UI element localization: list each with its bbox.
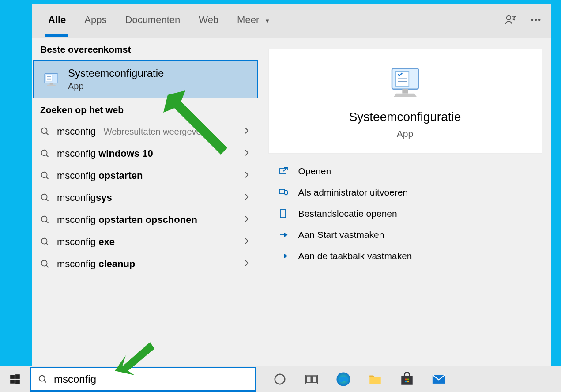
- svg-rect-39: [307, 376, 311, 383]
- web-result-item[interactable]: msconfig opstarten: [32, 165, 259, 187]
- svg-rect-48: [407, 381, 409, 383]
- detail-pane: Systeemconfiguratie App Openen Als admin…: [259, 38, 551, 366]
- file-explorer-icon[interactable]: [368, 372, 383, 387]
- svg-rect-40: [312, 376, 316, 383]
- svg-point-38: [275, 374, 285, 384]
- svg-line-21: [46, 243, 49, 245]
- shield-icon: [278, 187, 289, 198]
- svg-rect-33: [15, 374, 20, 379]
- detail-actions: Openen Als administrator uitvoeren Besta…: [268, 158, 542, 267]
- pin-icon: [278, 230, 289, 240]
- action-open[interactable]: Openen: [268, 161, 542, 182]
- start-button[interactable]: [0, 366, 30, 392]
- svg-point-0: [507, 15, 511, 19]
- chevron-right-icon: [243, 236, 251, 248]
- search-icon: [40, 193, 50, 203]
- action-open-label: Openen: [298, 166, 331, 177]
- system-configuration-icon-large: [388, 64, 423, 99]
- web-result-item[interactable]: msconfig cleanup: [32, 253, 259, 275]
- tab-documents[interactable]: Documenten: [123, 4, 183, 37]
- search-icon: [40, 171, 50, 181]
- svg-rect-32: [10, 375, 15, 379]
- svg-rect-34: [10, 380, 15, 384]
- search-icon: [40, 259, 50, 269]
- section-heading-best-match: Beste overeenkomst: [32, 38, 259, 60]
- annotation-arrow-bottom: [108, 338, 157, 377]
- feedback-icon[interactable]: [504, 14, 516, 28]
- svg-rect-46: [407, 379, 409, 381]
- svg-line-23: [46, 265, 49, 268]
- svg-point-14: [41, 172, 47, 178]
- svg-rect-47: [405, 381, 407, 383]
- web-result-item[interactable]: msconfigsys: [32, 187, 259, 209]
- more-options-icon[interactable]: [530, 14, 542, 28]
- best-match-subtitle: App: [68, 81, 164, 91]
- svg-point-20: [41, 238, 47, 244]
- open-icon: [278, 166, 289, 177]
- svg-rect-28: [402, 89, 408, 94]
- pin-taskbar-icon: [278, 251, 289, 261]
- action-run-admin[interactable]: Als administrator uitvoeren: [268, 182, 542, 203]
- detail-subtitle: App: [397, 128, 413, 139]
- svg-rect-45: [405, 379, 407, 381]
- action-pin-taskbar[interactable]: Aan de taakbalk vastmaken: [268, 245, 542, 267]
- edge-browser-icon[interactable]: [336, 372, 351, 387]
- chevron-right-icon: [243, 192, 251, 204]
- web-result-text: msconfig exe: [57, 236, 236, 248]
- microsoft-store-icon[interactable]: [399, 372, 414, 387]
- tab-more[interactable]: Meer ▼: [234, 4, 273, 37]
- chevron-down-icon: ▼: [264, 18, 270, 24]
- svg-line-13: [46, 155, 49, 157]
- svg-point-3: [538, 19, 541, 21]
- action-open-location[interactable]: Bestandslocatie openen: [268, 203, 542, 224]
- action-pin-taskbar-label: Aan de taakbalk vastmaken: [298, 251, 412, 261]
- svg-marker-51: [115, 342, 154, 375]
- search-icon: [40, 237, 50, 247]
- system-configuration-icon: [42, 71, 60, 88]
- tab-all[interactable]: Alle: [45, 4, 68, 37]
- task-view-icon[interactable]: [304, 372, 319, 387]
- web-result-text: msconfig cleanup: [57, 258, 236, 270]
- svg-point-12: [41, 150, 47, 156]
- svg-rect-31: [280, 210, 286, 218]
- cortana-icon[interactable]: [272, 372, 287, 387]
- svg-rect-9: [50, 83, 53, 84]
- search-results-panel: Alle Apps Documenten Web Meer ▼ Beste ov…: [32, 4, 551, 366]
- tab-web[interactable]: Web: [196, 4, 221, 37]
- svg-rect-35: [15, 380, 20, 384]
- chevron-right-icon: [243, 148, 251, 159]
- chevron-right-icon: [243, 126, 251, 137]
- web-result-item[interactable]: msconfig opstarten opschonen: [32, 209, 259, 231]
- best-match-title: Systeemconfiguratie: [68, 67, 164, 79]
- web-result-text: msconfig opstarten opschonen: [57, 214, 236, 226]
- filter-tabs-row: Alle Apps Documenten Web Meer ▼: [32, 4, 551, 38]
- action-pin-start[interactable]: Aan Start vastmaken: [268, 224, 542, 245]
- svg-point-10: [41, 128, 47, 134]
- svg-marker-50: [163, 90, 227, 155]
- search-icon: [40, 149, 50, 158]
- search-icon: [40, 127, 50, 136]
- svg-point-2: [535, 19, 537, 21]
- svg-point-36: [39, 376, 45, 381]
- svg-rect-5: [46, 75, 52, 82]
- search-icon: [40, 215, 50, 225]
- chevron-right-icon: [243, 170, 251, 181]
- windows-logo-icon: [9, 373, 21, 385]
- action-open-location-label: Bestandslocatie openen: [298, 208, 397, 219]
- svg-line-19: [46, 221, 49, 223]
- annotation-arrow-top: [159, 86, 234, 161]
- svg-line-11: [46, 133, 49, 135]
- action-run-admin-label: Als administrator uitvoeren: [298, 187, 408, 198]
- svg-point-22: [41, 260, 47, 266]
- svg-point-16: [41, 194, 47, 200]
- web-result-text: msconfig opstarten: [57, 170, 236, 181]
- action-pin-start-label: Aan Start vastmaken: [298, 230, 384, 240]
- web-result-item[interactable]: msconfig exe: [32, 231, 259, 253]
- detail-title: Systeemconfiguratie: [349, 110, 461, 124]
- svg-rect-44: [401, 376, 413, 385]
- tab-more-label: Meer: [237, 14, 259, 25]
- svg-line-15: [46, 177, 49, 179]
- tab-apps[interactable]: Apps: [82, 4, 109, 37]
- svg-point-1: [531, 19, 534, 21]
- mail-icon[interactable]: [431, 372, 446, 387]
